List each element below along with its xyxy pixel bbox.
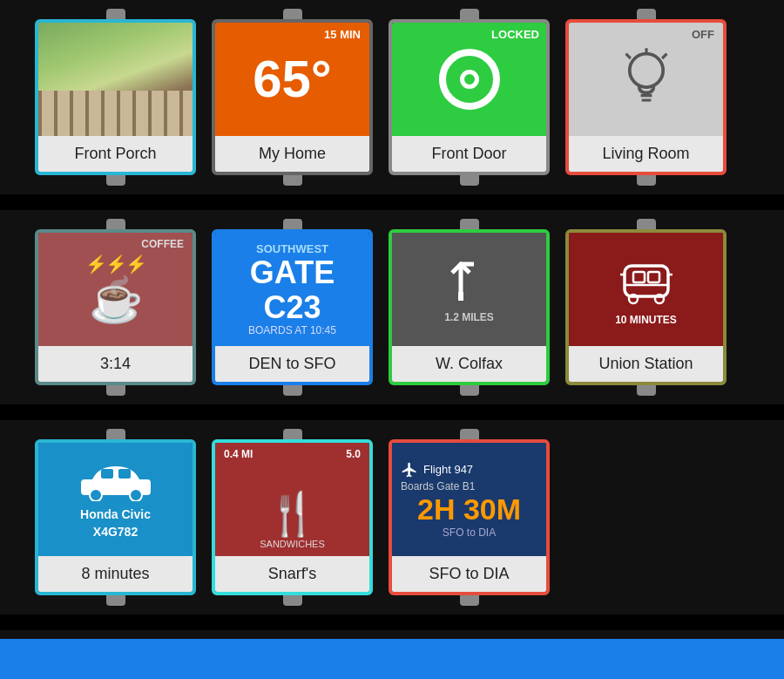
living-room-card-outer: OFF Living Room	[565, 9, 727, 186]
tab-bottom	[106, 175, 125, 186]
turn-left-icon	[443, 255, 496, 308]
flight-sfo-card[interactable]: Flight 947 Boards Gate B1 2H 30M SFO to …	[389, 439, 550, 595]
honda-model-plate: Honda Civic X4G782	[80, 506, 151, 540]
wcolfax-card[interactable]: 1.2 MILES W. Colfax	[389, 229, 550, 385]
tab-top	[283, 429, 302, 439]
tab-top	[637, 9, 656, 19]
tab-top	[460, 429, 479, 439]
svg-point-16	[90, 489, 102, 501]
front-door-card[interactable]: LOCKED Front Door	[389, 19, 550, 175]
tab-bottom	[106, 595, 125, 606]
divider-2	[0, 404, 784, 420]
snarfs-card-outer: 0.4 MI 5.0 🍴 SANDWICHES Snarf's	[212, 429, 373, 606]
tab-bottom	[283, 595, 302, 606]
svg-rect-18	[101, 469, 113, 479]
row-1-band: Front Porch 15 MIN 65° My Home LOCKED	[0, 0, 784, 194]
wcolfax-miles: 1.2 MILES	[444, 311, 494, 323]
tab-bottom	[283, 175, 302, 186]
flight-boards-gate: Boards Gate B1	[401, 480, 537, 492]
divider-1	[0, 194, 784, 210]
tab-top	[283, 219, 302, 229]
coffee-image: COFFEE ⚡⚡⚡ ☕	[38, 233, 193, 346]
coffee-sparks-icon: ⚡⚡⚡	[85, 254, 145, 275]
front-porch-image	[38, 23, 193, 136]
tab-bottom	[283, 385, 302, 396]
front-porch-card[interactable]: Front Porch	[35, 19, 196, 175]
flight-route: SFO to DIA	[443, 526, 496, 539]
snarfs-top-row: 0.4 MI 5.0	[215, 443, 369, 465]
svg-line-4	[625, 54, 630, 58]
row-1-container: Front Porch 15 MIN 65° My Home LOCKED	[0, 9, 784, 186]
porch-photo	[38, 23, 193, 136]
flight-sfo-card-outer: Flight 947 Boards Gate B1 2H 30M SFO to …	[389, 429, 550, 606]
svg-point-17	[130, 489, 142, 501]
den-sfo-card[interactable]: SOUTHWEST GATE C23 BOARDS AT 10:45 DEN t…	[212, 229, 373, 385]
den-sfo-airline: SOUTHWEST	[256, 242, 328, 255]
train-icon	[616, 253, 677, 314]
honda-label: 8 minutes	[38, 556, 193, 592]
plane-icon	[401, 461, 418, 479]
living-room-label: Living Room	[569, 136, 723, 172]
svg-rect-6	[458, 292, 463, 301]
flight-sfo-label: SFO to DIA	[392, 556, 546, 592]
flight-top-row: Flight 947	[401, 461, 537, 479]
den-sfo-label: DEN to SFO	[215, 346, 369, 382]
row-3-container: Honda Civic X4G782 8 minutes 0.4 MI 5.0 …	[0, 429, 784, 606]
tab-top	[106, 429, 125, 439]
honda-card[interactable]: Honda Civic X4G782 8 minutes	[35, 439, 196, 595]
tab-bottom	[460, 595, 479, 606]
den-sfo-gate: GATE C23	[224, 255, 361, 324]
lock-inner	[460, 70, 479, 89]
flight-sfo-image: Flight 947 Boards Gate B1 2H 30M SFO to …	[392, 443, 546, 556]
coffee-card[interactable]: COFFEE ⚡⚡⚡ ☕ 3:14	[35, 229, 196, 385]
tab-top	[106, 219, 125, 229]
snarfs-distance: 0.4 MI	[224, 448, 253, 460]
living-room-card[interactable]: OFF Living Room	[565, 19, 727, 175]
svg-line-5	[662, 54, 666, 58]
my-home-label: My Home	[215, 136, 369, 172]
honda-plate: X4G782	[80, 524, 151, 541]
car-icon	[77, 458, 155, 501]
union-station-card[interactable]: 10 MINUTES Union Station	[565, 229, 727, 385]
living-room-badge: OFF	[692, 28, 714, 41]
row-2-band: COFFEE ⚡⚡⚡ ☕ 3:14 SOUTHWEST GATE C23 BOA…	[0, 210, 784, 404]
union-station-card-outer: 10 MINUTES Union Station	[565, 219, 727, 396]
tab-top	[637, 219, 656, 229]
living-room-image: OFF	[569, 23, 723, 136]
coffee-card-outer: COFFEE ⚡⚡⚡ ☕ 3:14	[35, 219, 196, 396]
divider-3	[0, 614, 784, 630]
honda-model: Honda Civic	[80, 506, 151, 524]
front-door-image: LOCKED	[392, 23, 546, 136]
flight-number: Flight 947	[423, 463, 473, 476]
my-home-temp: 65°	[253, 53, 332, 105]
tab-top	[460, 219, 479, 229]
tab-bottom	[460, 175, 479, 186]
snarfs-image: 0.4 MI 5.0 🍴 SANDWICHES	[215, 443, 369, 556]
den-sfo-boards: BOARDS AT 10:45	[248, 324, 336, 336]
union-station-image: 10 MINUTES	[569, 233, 723, 346]
snarfs-rating: 5.0	[346, 448, 361, 460]
lock-icon	[439, 49, 500, 110]
wcolfax-label: W. Colfax	[392, 346, 546, 382]
den-sfo-image: SOUTHWEST GATE C23 BOARDS AT 10:45	[215, 233, 369, 346]
den-sfo-card-outer: SOUTHWEST GATE C23 BOARDS AT 10:45 DEN t…	[212, 219, 373, 396]
wcolfax-card-outer: 1.2 MILES W. Colfax	[389, 219, 550, 396]
wcolfax-image: 1.2 MILES	[392, 233, 546, 346]
front-porch-label: Front Porch	[38, 136, 193, 172]
snarfs-category: SANDWICHES	[260, 539, 325, 549]
front-porch-card-outer: Front Porch	[35, 9, 196, 186]
union-station-label: Union Station	[569, 346, 723, 382]
my-home-badge: 15 MIN	[324, 28, 361, 41]
svg-point-0	[629, 54, 662, 87]
tab-top	[106, 9, 125, 19]
coffee-mug-icon: ☕	[89, 275, 143, 325]
front-door-label: Front Door	[392, 136, 546, 172]
svg-rect-7	[625, 266, 668, 296]
tab-top	[283, 9, 302, 19]
snarfs-card[interactable]: 0.4 MI 5.0 🍴 SANDWICHES Snarf's	[212, 439, 373, 595]
my-home-card[interactable]: 15 MIN 65° My Home	[212, 19, 373, 175]
porch-railing	[38, 91, 193, 136]
coffee-label: 3:14	[38, 346, 193, 382]
tab-top	[460, 9, 479, 19]
snarfs-label: Snarf's	[215, 556, 369, 592]
